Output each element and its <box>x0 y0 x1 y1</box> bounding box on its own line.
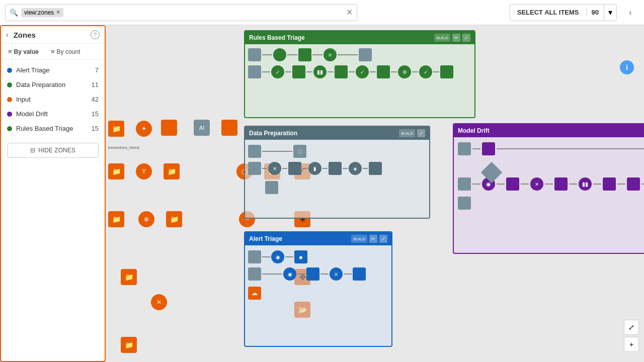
rbt-n14: ✓ <box>419 65 432 78</box>
md-n8 <box>554 177 568 191</box>
at-n5: ◉ <box>283 267 296 281</box>
top-bar: 🔍 view:zones ✕ ✕ SELECT ALL ITEMS 90 ▾ ‹ <box>0 0 644 25</box>
dp-row2: ✕ ▮ ◈ <box>245 160 429 177</box>
rbt-row2: ✓ ▮▮ ✓ ⚙ ✓ <box>245 63 474 80</box>
md-n9: ▮▮ <box>579 177 592 191</box>
dp-n3 <box>248 162 261 175</box>
dp-n4: ✕ <box>268 162 281 175</box>
rbt-conn4 <box>338 54 358 55</box>
zone-dp-expand-btn[interactable]: ⤢ <box>417 129 425 137</box>
zone-item-model-drift[interactable]: Model Drift 15 <box>1 107 105 121</box>
panel-collapse-btn[interactable]: ‹ <box>6 31 9 39</box>
dp-n8: ◈ <box>349 162 362 175</box>
at-n1 <box>248 250 261 263</box>
select-all-label: SELECT ALL ITEMS <box>510 9 586 16</box>
zone-list: Alert Triage 7 Data Preparation 11 Input… <box>1 60 105 139</box>
zone-card-rules-based-triage: Rules Based Triage BUILD ✏ ⤢ ≡ <box>244 30 475 118</box>
zone-rbt-expand-btn[interactable]: ⤢ <box>462 34 470 42</box>
zone-dot-data-preparation <box>7 82 12 87</box>
search-clear-btn[interactable]: ✕ <box>346 8 353 17</box>
zone-card-actions-dp: BUILD ⤢ <box>399 129 425 137</box>
select-all-button[interactable]: SELECT ALL ITEMS 90 ▾ <box>510 4 617 21</box>
zone-card-header-dp: Data Preparation BUILD ⤢ <box>245 127 429 140</box>
search-tag-close[interactable]: ✕ <box>56 9 60 16</box>
expand-canvas-btn[interactable]: ⤢ <box>624 320 639 335</box>
rbt-n7: ✓ <box>271 65 284 78</box>
at-conn3 <box>262 274 282 275</box>
zone-count-data-preparation: 11 <box>92 81 99 88</box>
rbt-row1: ≡ <box>245 44 474 63</box>
panel-help-btn[interactable]: ? <box>91 30 100 39</box>
zone-label-input: Input <box>16 96 92 103</box>
zone-label-data-preparation: Data Preparation <box>16 81 92 88</box>
md-n7: ✕ <box>530 177 543 191</box>
canvas-node-1: 📁 <box>108 121 124 138</box>
dp-n9 <box>369 162 382 175</box>
dp-row1: □ <box>245 140 429 160</box>
at-conn1 <box>262 256 270 257</box>
zone-card-header-md: Model Drift ⤢ <box>454 124 644 137</box>
md-row1: ◉ <box>454 137 644 157</box>
rbt-n13: ⚙ <box>398 65 411 78</box>
zone-count-input: 42 <box>92 96 99 103</box>
md-diamond <box>481 162 502 183</box>
at-n9: ☁ <box>248 287 261 300</box>
dp-n7 <box>329 162 342 175</box>
zone-dot-model-drift <box>7 112 12 117</box>
zone-at-build-btn[interactable]: BUILD <box>351 235 367 243</box>
zone-card-model-drift: Model Drift ⤢ ◉ ◉ <box>453 123 644 254</box>
md-row2: ◉ ✕ ▮▮ ◉ <box>454 157 644 193</box>
dp-conn6 <box>343 168 348 169</box>
at-conn4 <box>297 274 305 275</box>
sort-by-value-btn[interactable]: ≡ By value <box>6 47 41 56</box>
rbt-n12 <box>377 65 390 78</box>
sort-value-label: By value <box>14 48 39 55</box>
zone-card-title-at: Alert Triage <box>249 235 348 242</box>
at-row2: ◉ ≡ <box>245 265 391 283</box>
hide-zones-button[interactable]: ⊟ HIDE ZONES <box>7 143 99 158</box>
zone-at-edit-btn[interactable]: ✏ <box>369 235 377 243</box>
zone-card-title-dp: Data Preparation <box>249 130 396 137</box>
rbt-n8 <box>292 65 305 78</box>
zone-label-rules-based-triage: Rules Based Triage <box>16 125 92 132</box>
zone-rbt-edit-btn[interactable]: ✏ <box>452 34 460 42</box>
dp-n1 <box>248 145 261 158</box>
search-box[interactable]: 🔍 view:zones ✕ ✕ <box>5 4 357 21</box>
info-button[interactable]: i <box>620 60 634 74</box>
zone-dot-rules-based-triage <box>7 126 12 131</box>
at-row3: ☁ <box>245 283 391 302</box>
zone-dp-build-btn[interactable]: BUILD <box>399 129 415 137</box>
rbt-conn11 <box>391 71 397 72</box>
zone-dot-alert-triage <box>7 68 12 73</box>
canvas-node-7: Y <box>136 163 152 179</box>
zone-item-alert-triage[interactable]: Alert Triage 7 <box>1 63 105 77</box>
canvas-node-13: ⊗ <box>138 211 154 227</box>
md-conn8 <box>593 184 601 185</box>
rbt-n3 <box>298 48 311 61</box>
zone-rbt-build-btn[interactable]: BUILD <box>434 34 450 42</box>
dp-row3 <box>245 177 429 196</box>
md-conn10 <box>641 184 644 185</box>
zone-at-expand-btn[interactable]: ⤢ <box>379 235 387 243</box>
zone-item-rules-based-triage[interactable]: Rules Based Triage 15 <box>1 121 105 136</box>
md-center <box>484 165 499 180</box>
zone-item-data-preparation[interactable]: Data Preparation 11 <box>1 77 105 92</box>
nav-back-button[interactable]: ‹ <box>622 4 639 21</box>
canvas-node-6: 📁 <box>108 163 124 179</box>
md-conn7 <box>569 184 577 185</box>
zone-card-actions-at: BUILD ✏ ⤢ <box>351 235 387 243</box>
zone-item-input[interactable]: Input 42 <box>1 92 105 107</box>
canvas-node-8: 📁 <box>164 163 180 179</box>
eye-off-icon: ⊟ <box>30 147 35 154</box>
rbt-n2 <box>273 48 286 61</box>
zone-dot-input <box>7 97 12 102</box>
dp-conn7 <box>363 168 368 169</box>
zone-card-title-md: Model Drift <box>458 127 644 134</box>
sort-by-count-btn[interactable]: ≡ By count <box>49 47 82 56</box>
zoom-in-btn[interactable]: + <box>624 337 639 352</box>
info-icon: i <box>626 63 628 71</box>
rbt-conn10 <box>370 71 376 72</box>
zone-card-body-dp: □ ✕ ▮ ◈ <box>245 140 429 219</box>
zone-count-rules-based-triage: 15 <box>92 125 99 132</box>
select-all-chevron[interactable]: ▾ <box>604 5 616 21</box>
